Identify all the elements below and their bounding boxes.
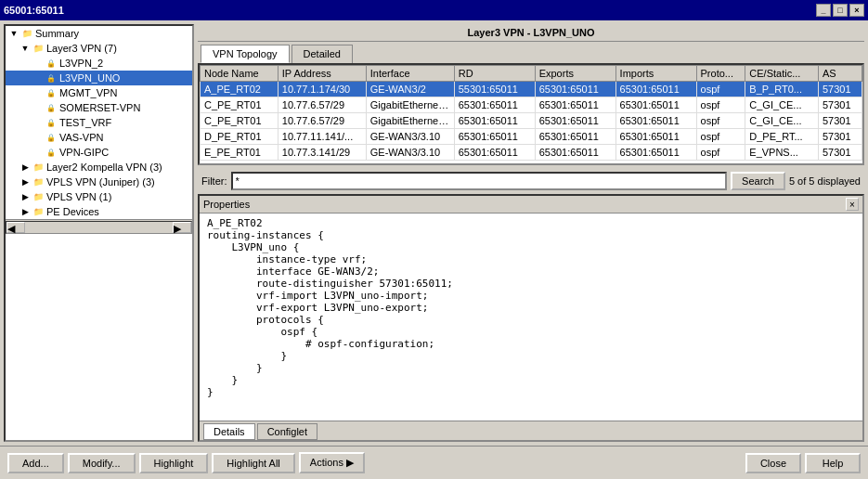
table-header-row: Node Name IP Address Interface RD Export…: [201, 66, 862, 82]
properties-title-bar: Properties ×: [200, 196, 862, 214]
right-panel: Layer3 VPN - L3VPN_UNO VPN Topology Deta…: [198, 24, 864, 442]
lock-icon-l3vpn2: 🔒: [45, 57, 58, 70]
folder-icon-vplsvpn: 📁: [32, 190, 45, 203]
main-tab-bar: VPN Topology Detailed: [198, 42, 864, 63]
folder-icon-summary: 📁: [20, 27, 33, 40]
folder-icon-pedevices: 📁: [32, 205, 45, 218]
sidebar-label-l3vpn2: L3VPN_2: [59, 58, 103, 69]
sidebar-label-vplsvpn: VPLS VPN (1): [46, 191, 111, 202]
lock-icon-vpngipc: 🔒: [45, 146, 58, 159]
prop-tab-details[interactable]: Details: [203, 423, 255, 440]
folder-icon-layer2kompella: 📁: [32, 161, 45, 174]
col-as: AS: [818, 66, 862, 82]
expander-vplsvpn[interactable]: ▶: [19, 192, 32, 201]
col-ip-address: IP Address: [278, 66, 366, 82]
col-proto: Proto...: [696, 66, 745, 82]
tab-detailed[interactable]: Detailed: [291, 45, 353, 63]
sidebar-item-summary[interactable]: ▼ 📁 Summary: [6, 26, 192, 41]
tab-vpn-topology[interactable]: VPN Topology: [201, 45, 290, 63]
lock-icon-testvrf: 🔒: [45, 116, 58, 129]
sidebar-item-layer3vpn[interactable]: ▼ 📁 Layer3 VPN (7): [6, 41, 192, 56]
lock-icon-vasvpn: 🔒: [45, 131, 58, 144]
col-node-name: Node Name: [201, 66, 279, 82]
modify-button[interactable]: Modify...: [68, 453, 136, 473]
panel-title: Layer3 VPN - L3VPN_UNO: [198, 24, 864, 42]
maximize-button[interactable]: □: [833, 4, 848, 17]
actions-label: Actions ▶: [310, 457, 354, 469]
table-row[interactable]: D_PE_RT0110.77.11.141/...GE-WAN3/3.10653…: [201, 129, 862, 145]
lock-icon-mgmtvpn: 🔒: [45, 86, 58, 99]
col-imports: Imports: [615, 66, 696, 82]
highlight-all-button[interactable]: Highlight All: [212, 453, 294, 473]
expander-summary[interactable]: ▼: [7, 29, 20, 38]
prop-tab-details-label: Details: [214, 426, 245, 437]
prop-tab-configlet[interactable]: Configlet: [257, 423, 317, 440]
folder-icon-layer3vpn: 📁: [32, 42, 45, 55]
scroll-left-btn[interactable]: ◀: [6, 222, 25, 233]
prop-tab-configlet-label: Configlet: [267, 426, 307, 437]
horizontal-scrollbar[interactable]: ◀ ▶: [6, 219, 192, 234]
sidebar-tree: ▼ 📁 Summary ▼ 📁 Layer3 VPN (7) 🔒 L3VPN_2…: [4, 24, 194, 442]
sidebar-label-testvrf: TEST_VRF: [59, 117, 111, 128]
table-row[interactable]: C_PE_RT0110.77.6.57/29GigabitEthernet0..…: [201, 113, 862, 129]
bottom-toolbar: Add... Modify... Highlight Highlight All…: [0, 446, 868, 479]
col-ce-static: CE/Static...: [745, 66, 819, 82]
sidebar-item-pedevices[interactable]: ▶ 📁 PE Devices: [6, 204, 192, 219]
sidebar-item-testvrf[interactable]: 🔒 TEST_VRF: [6, 115, 192, 130]
sidebar-label-l3vpnuno: L3VPN_UNO: [59, 72, 120, 84]
sidebar-label-summary: Summary: [35, 28, 79, 39]
filter-label: Filter:: [201, 175, 227, 187]
properties-close-button[interactable]: ×: [846, 198, 859, 211]
vpn-data-table: Node Name IP Address Interface RD Export…: [200, 65, 862, 161]
expander-somersetvpn: [32, 103, 45, 112]
sidebar-item-vpngipc[interactable]: 🔒 VPN-GIPC: [6, 145, 192, 160]
sidebar-item-vasvpn[interactable]: 🔒 VAS-VPN: [6, 130, 192, 145]
sidebar-item-vplsjuniper[interactable]: ▶ 📁 VPLS VPN (Juniper) (3): [6, 175, 192, 189]
expander-mgmtvpn: [32, 88, 45, 97]
sidebar-item-l3vpnuno[interactable]: 🔒 L3VPN_UNO: [6, 71, 192, 85]
help-button[interactable]: Help: [805, 453, 861, 473]
sidebar-item-somersetvpn[interactable]: 🔒 SOMERSET-VPN: [6, 100, 192, 115]
sidebar-label-somersetvpn: SOMERSET-VPN: [59, 102, 140, 113]
table-row[interactable]: E_PE_RT0110.77.3.141/29GE-WAN3/3.1065301…: [201, 145, 862, 161]
tab-detailed-label: Detailed: [304, 48, 341, 59]
tab-vpn-topology-label: VPN Topology: [213, 48, 278, 59]
highlight-button[interactable]: Highlight: [139, 453, 209, 473]
close-button[interactable]: Close: [745, 453, 801, 473]
sidebar-label-pedevices: PE Devices: [46, 206, 99, 217]
sidebar-label-mgmtvpn: MGMT_VPN: [59, 87, 117, 98]
sidebar-item-layer2kompella[interactable]: ▶ 📁 Layer2 Kompella VPN (3): [6, 160, 192, 175]
properties-text: A_PE_RT02 routing-instances { L3VPN_uno …: [207, 217, 855, 398]
expander-l3vpnuno: [32, 73, 45, 83]
sidebar-item-l3vpn2[interactable]: 🔒 L3VPN_2: [6, 56, 192, 71]
filter-input[interactable]: [231, 172, 728, 190]
sidebar-label-vpngipc: VPN-GIPC: [59, 147, 109, 158]
vpn-table: Node Name IP Address Interface RD Export…: [198, 63, 864, 165]
expander-vplsjuniper[interactable]: ▶: [19, 177, 32, 187]
close-window-button[interactable]: ×: [849, 4, 864, 17]
properties-panel: Properties × A_PE_RT02 routing-instances…: [198, 194, 864, 442]
scroll-right-btn[interactable]: ▶: [173, 222, 191, 233]
title-bar: 65001:65011 _ □ ×: [0, 0, 868, 20]
minimize-button[interactable]: _: [816, 4, 831, 17]
table-row[interactable]: C_PE_RT0110.77.6.57/29GigabitEthernet0..…: [201, 97, 862, 113]
filter-count: 5 of 5 displayed: [789, 175, 861, 187]
sidebar-label-vasvpn: VAS-VPN: [59, 132, 103, 143]
col-rd: RD: [454, 66, 535, 82]
expander-layer3vpn[interactable]: ▼: [19, 44, 32, 53]
expander-l3vpn2: [32, 58, 45, 68]
sidebar-item-vplsvpn[interactable]: ▶ 📁 VPLS VPN (1): [6, 189, 192, 204]
title-bar-buttons[interactable]: _ □ ×: [816, 4, 864, 17]
expander-layer2kompella[interactable]: ▶: [19, 162, 32, 172]
table-row[interactable]: A_PE_RT0210.77.1.174/30GE-WAN3/255301:65…: [201, 82, 862, 97]
properties-content: A_PE_RT02 routing-instances { L3VPN_uno …: [200, 214, 862, 421]
properties-title-text: Properties: [203, 199, 250, 210]
sidebar-item-mgmtvpn[interactable]: 🔒 MGMT_VPN: [6, 85, 192, 100]
col-exports: Exports: [535, 66, 615, 82]
search-button[interactable]: Search: [731, 172, 785, 190]
add-button[interactable]: Add...: [7, 453, 64, 473]
expander-pedevices[interactable]: ▶: [19, 207, 32, 216]
main-container: ▼ 📁 Summary ▼ 📁 Layer3 VPN (7) 🔒 L3VPN_2…: [0, 20, 868, 446]
panel-title-text: Layer3 VPN - L3VPN_UNO: [468, 27, 595, 38]
actions-button[interactable]: Actions ▶: [299, 452, 365, 473]
